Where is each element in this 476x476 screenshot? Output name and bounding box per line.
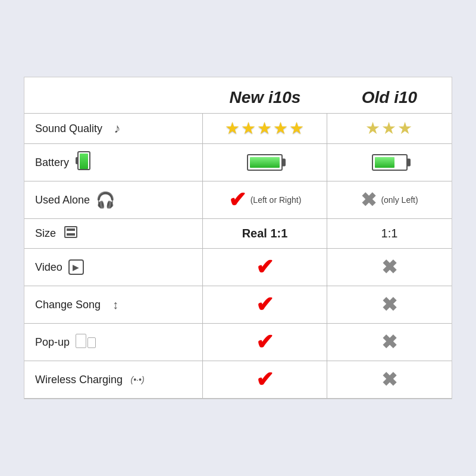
- video-icon: ▶: [68, 259, 86, 275]
- stars-rating: ★★★★★: [225, 120, 305, 137]
- value-text: Real 1:1: [242, 227, 288, 240]
- check-icon: ✔: [256, 367, 274, 392]
- value-cell: ✖(only Left): [327, 181, 452, 218]
- feature-cell: Battery: [24, 144, 203, 181]
- value-cell: ✔: [203, 286, 327, 323]
- table-header: New i10s Old i10: [24, 77, 452, 113]
- value-text: 1:1: [381, 227, 398, 240]
- feature-label: Pop-up: [35, 336, 70, 349]
- comparison-table: New i10s Old i10 Sound Quality♪★★★★★★★★B…: [24, 77, 452, 399]
- table-row: Video▶✔✖: [24, 248, 452, 286]
- header-new-i10s: New i10s: [203, 88, 327, 107]
- value-cell: Real 1:1: [203, 219, 327, 248]
- feature-label: Video: [35, 261, 62, 274]
- change-song-icon: ↕: [107, 298, 124, 312]
- music-note-icon: ♪: [108, 121, 126, 136]
- table-row: Size Real 1:11:1: [24, 218, 452, 248]
- table-row: Pop-up ✔✖: [24, 323, 452, 361]
- battery-full-icon: [247, 154, 283, 171]
- value-cell: [327, 144, 452, 181]
- value-cell: ✔(Left or Right): [203, 181, 327, 218]
- battery-icon: [75, 151, 93, 174]
- size-icon: [62, 226, 80, 241]
- table-row: Battery: [24, 143, 452, 181]
- table-row: Wireless Charging(•·•)✔✖: [24, 361, 452, 399]
- value-cell: ★★★★★: [203, 114, 327, 143]
- value-cell: ✖: [327, 286, 452, 323]
- cross-icon: ✖(only Left): [361, 189, 418, 211]
- value-cell: ✖: [327, 361, 452, 398]
- wireless-charging-icon: (•·•): [129, 375, 146, 384]
- table-row: Change Song↕✔✖: [24, 286, 452, 323]
- table-body: Sound Quality♪★★★★★★★★Battery Used Alone…: [24, 113, 452, 399]
- feature-label: Sound Quality: [35, 123, 102, 135]
- feature-cell: Size: [24, 219, 203, 248]
- check-icon: ✔: [256, 292, 274, 317]
- value-cell: ✔: [203, 361, 327, 398]
- stars-rating: ★★★: [365, 120, 414, 137]
- value-cell: ✔: [203, 249, 327, 286]
- feature-cell: Used Alone🎧: [24, 181, 203, 218]
- cross-icon: ✖: [381, 331, 397, 353]
- value-cell: ✖: [327, 249, 452, 286]
- feature-cell: Pop-up: [24, 324, 203, 361]
- check-icon: ✔: [256, 330, 274, 355]
- cross-icon: ✖: [381, 256, 397, 278]
- feature-label: Change Song: [35, 299, 101, 311]
- feature-cell: Change Song↕: [24, 286, 203, 323]
- value-cell: 1:1: [327, 219, 452, 248]
- cross-icon: ✖: [381, 293, 397, 316]
- battery-half-icon: [372, 154, 408, 171]
- feature-label: Used Alone: [35, 194, 90, 206]
- feature-label: Battery: [35, 156, 69, 169]
- table-row: Sound Quality♪★★★★★★★★: [24, 113, 452, 143]
- feature-label: Wireless Charging: [35, 374, 123, 386]
- check-icon: ✔: [256, 255, 274, 280]
- feature-cell: Video▶: [24, 249, 203, 286]
- value-cell: ✔: [203, 324, 327, 361]
- cross-icon: ✖: [381, 368, 397, 391]
- feature-label: Size: [35, 227, 56, 240]
- check-subtext: (Left or Right): [250, 195, 302, 205]
- value-cell: ✖: [327, 324, 452, 361]
- value-cell: [203, 144, 327, 181]
- value-cell: ★★★: [327, 114, 452, 143]
- header-old-i10: Old i10: [327, 88, 452, 107]
- table-row: Used Alone🎧✔(Left or Right)✖(only Left): [24, 181, 452, 218]
- popup-icon: [76, 334, 96, 351]
- check-icon: ✔(Left or Right): [228, 187, 302, 212]
- cross-subtext: (only Left): [381, 195, 418, 205]
- feature-cell: Wireless Charging(•·•): [24, 361, 203, 398]
- earphones-icon: 🎧: [96, 191, 115, 209]
- feature-cell: Sound Quality♪: [24, 114, 203, 143]
- header-empty: [24, 88, 203, 107]
